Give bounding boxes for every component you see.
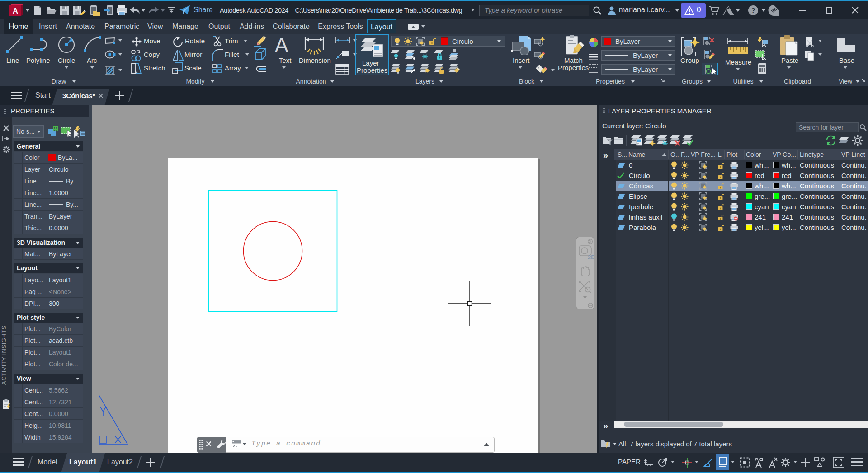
svg-text:2D: 2D [588,254,594,260]
svg-text:?: ? [751,6,755,14]
svg-text:A: A [13,7,18,15]
